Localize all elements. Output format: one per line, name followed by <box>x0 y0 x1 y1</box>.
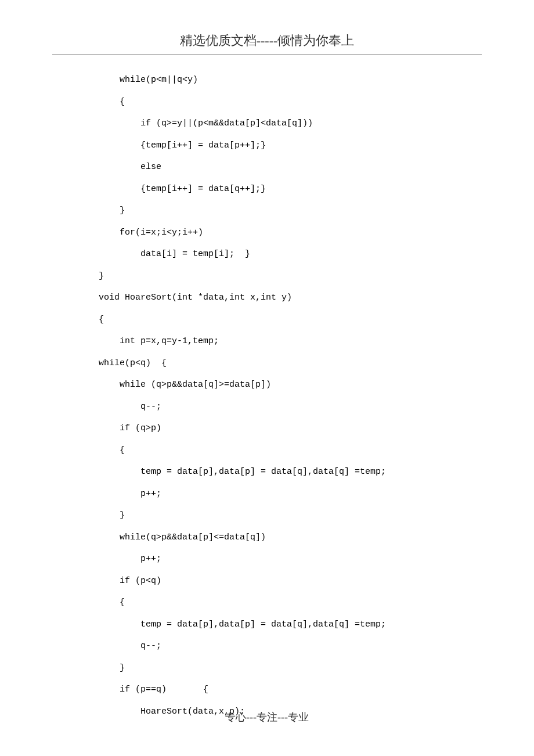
code-block: while(p<m||q<y) { if (q>=y||(p<m&&data[p… <box>0 55 534 722</box>
page-header: 精选优质文档-----倾情为你奉上 <box>0 32 534 54</box>
document-page: 精选优质文档-----倾情为你奉上 while(p<m||q<y) { if (… <box>0 0 534 756</box>
page-footer: 专心---专注---专业 <box>0 710 534 724</box>
